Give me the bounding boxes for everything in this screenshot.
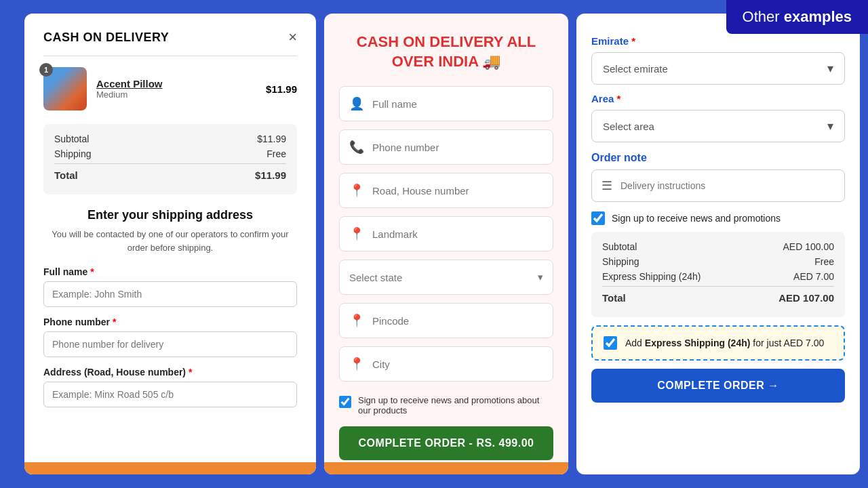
shipping-label: Shipping (54, 148, 92, 159)
fullname-field-group: Full name * (43, 266, 297, 307)
area-select-label: Select area (603, 121, 654, 132)
right-express-label: Express Shipping (24h) (602, 271, 701, 282)
right-signup-label: Sign up to receive news and promotions (612, 213, 781, 224)
middle-signup-label: Sign up to receive news and promotions a… (358, 395, 553, 415)
total-value: $11.99 (255, 169, 286, 181)
middle-title: CASH ON DELIVERY ALL OVER INDIA 🚚 (339, 33, 553, 71)
address-input[interactable] (43, 382, 297, 407)
product-name[interactable]: Accent Pillow (96, 78, 256, 89)
delivery-instructions-input[interactable] (620, 180, 835, 191)
chevron-down-icon: ▾ (538, 271, 543, 283)
location-icon-1: 📍 (349, 183, 364, 198)
right-express-value: AED 7.00 (793, 271, 834, 282)
right-signup-checkbox[interactable] (591, 211, 605, 225)
phone-field-group: Phone number * (43, 317, 297, 357)
location-icon-2: 📍 (349, 226, 364, 241)
emirate-select-label: Select emirate (603, 63, 668, 75)
right-total-label: Total (602, 292, 626, 304)
form-section-desc: You will be contacted by one of our oper… (43, 228, 297, 254)
location-icon-3: 📍 (349, 313, 364, 328)
total-label: Total (54, 169, 78, 181)
product-row: 1 Accent Pillow Medium $11.99 (43, 67, 297, 110)
right-panel: Emirate * Select emirate ▾ Area * Select… (576, 14, 860, 474)
right-total-row: Total AED 107.00 (602, 286, 834, 304)
subtotal-label: Subtotal (54, 134, 89, 144)
phone-input[interactable] (43, 331, 297, 357)
banner-text-bold: examples (784, 8, 852, 25)
right-complete-button[interactable]: COMPLETE ORDER → (591, 369, 845, 403)
right-shipping-label: Shipping (602, 256, 639, 267)
landmark-input-row: 📍 (339, 216, 553, 251)
product-variant: Medium (96, 89, 256, 100)
order-summary: Subtotal $11.99 Shipping Free Total $11.… (43, 124, 297, 195)
middle-landmark-input[interactable] (372, 228, 543, 240)
banner-text-light: Other (743, 8, 784, 25)
form-section-title: Enter your shipping address (43, 208, 297, 222)
emirate-select[interactable]: Select emirate ▾ (591, 52, 845, 85)
product-image-wrap: 1 (43, 67, 87, 110)
right-subtotal-label: Subtotal (602, 241, 637, 252)
middle-signup-row: Sign up to receive news and promotions a… (339, 395, 553, 415)
location-icon-4: 📍 (349, 357, 364, 371)
middle-city-input[interactable] (372, 359, 543, 370)
express-shipping-box: Add Express Shipping (24h) for just AED … (591, 325, 845, 361)
right-order-summary: Subtotal AED 100.00 Shipping Free Expres… (591, 232, 845, 317)
road-input-row: 📍 (339, 173, 553, 208)
right-express-row: Express Shipping (24h) AED 7.00 (602, 271, 834, 282)
middle-complete-button[interactable]: COMPLETE ORDER - Rs. 499.00 (339, 426, 553, 460)
middle-signup-checkbox[interactable] (339, 396, 351, 408)
right-subtotal-row: Subtotal AED 100.00 (602, 241, 834, 252)
city-input-row: 📍 (339, 346, 553, 382)
person-icon: 👤 (349, 96, 364, 111)
express-shipping-checkbox[interactable] (604, 336, 617, 350)
middle-phone-input[interactable] (372, 142, 543, 153)
pincode-input-row: 📍 (339, 303, 553, 338)
close-button[interactable]: × (288, 30, 297, 45)
shipping-row: Shipping Free (54, 148, 286, 159)
panel-title: CASH ON DELIVERY (43, 30, 169, 45)
area-label: Area * (591, 93, 845, 104)
other-examples-banner[interactable]: Other examples (726, 0, 868, 34)
address-field-group: Address (Road, House number) * (43, 367, 297, 407)
middle-panel: CASH ON DELIVERY ALL OVER INDIA 🚚 👤 📞 📍 … (324, 14, 568, 474)
menu-icon: ☰ (601, 178, 612, 193)
phone-input-row: 📞 (339, 129, 553, 165)
order-note-label: Order note (591, 152, 845, 164)
right-subtotal-value: AED 100.00 (783, 241, 835, 252)
emirate-label: Emirate * (591, 35, 845, 47)
fullname-input-row: 👤 (339, 86, 553, 121)
chevron-down-icon-emirate: ▾ (827, 61, 833, 76)
divider (43, 56, 297, 56)
fullname-label: Full name * (43, 266, 297, 277)
product-price: $11.99 (266, 83, 297, 95)
chevron-down-icon-area: ▾ (827, 119, 833, 134)
middle-pincode-input[interactable] (372, 315, 543, 327)
product-info: Accent Pillow Medium (96, 78, 256, 100)
shipping-value: Free (267, 148, 286, 159)
delivery-input-row: ☰ (591, 169, 845, 202)
left-panel: CASH ON DELIVERY × 1 Accent Pillow Mediu… (24, 14, 316, 474)
fullname-input[interactable] (43, 281, 297, 307)
state-select-label: Select state (349, 272, 402, 283)
address-label: Address (Road, House number) * (43, 367, 297, 378)
middle-road-input[interactable] (372, 185, 543, 197)
subtotal-value: $11.99 (257, 134, 286, 144)
product-badge: 1 (39, 63, 53, 77)
area-select[interactable]: Select area ▾ (591, 110, 845, 142)
panel-header: CASH ON DELIVERY × (43, 30, 297, 45)
express-label-highlight: Express Shipping (24h) (645, 338, 751, 348)
right-signup-row: Sign up to receive news and promotions (591, 211, 845, 225)
express-shipping-text: Add Express Shipping (24h) for just AED … (625, 338, 824, 348)
subtotal-row: Subtotal $11.99 (54, 134, 286, 144)
right-shipping-value: Free (814, 256, 834, 267)
total-row: Total $11.99 (54, 163, 286, 181)
phone-icon: 📞 (349, 140, 364, 155)
express-label-suffix: for just AED 7.00 (750, 338, 824, 348)
state-select[interactable]: Select state ▾ (339, 260, 553, 295)
right-shipping-row: Shipping Free (602, 256, 834, 267)
middle-fullname-input[interactable] (372, 98, 543, 110)
right-total-value: AED 107.00 (778, 292, 834, 304)
phone-label: Phone number * (43, 317, 297, 327)
